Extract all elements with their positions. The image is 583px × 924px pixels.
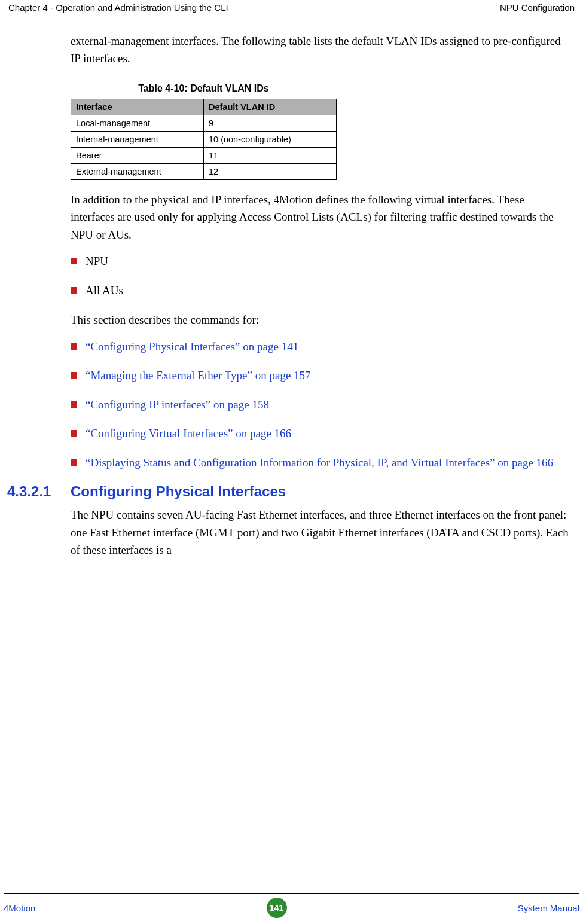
list-item: “Configuring Physical Interfaces” on pag… — [71, 339, 571, 356]
section-title: Configuring Physical Interfaces — [71, 483, 286, 500]
list-item: “Configuring Virtual Interfaces” on page… — [71, 425, 571, 443]
table-cell: Internal-management — [71, 131, 204, 147]
table-cell: External-management — [71, 163, 204, 179]
page-content: external-management interfaces. The foll… — [0, 14, 583, 559]
table-row: Local-management 9 — [71, 115, 337, 131]
link-bullet-list: “Configuring Physical Interfaces” on pag… — [71, 339, 571, 472]
table-cell: 11 — [204, 147, 337, 163]
table-row: Bearer 11 — [71, 147, 337, 163]
square-bullet-icon — [71, 430, 77, 437]
header-left: Chapter 4 - Operation and Administration… — [8, 2, 228, 13]
table-row: External-management 12 — [71, 163, 337, 179]
square-bullet-icon — [71, 459, 77, 466]
square-bullet-icon — [71, 372, 77, 379]
square-bullet-icon — [71, 258, 77, 264]
section-number: 4.3.2.1 — [6, 483, 71, 500]
commands-paragraph: This section describes the commands for: — [71, 311, 571, 328]
page-number-badge: 141 — [267, 898, 287, 918]
cross-reference-link[interactable]: “Managing the External Ether Type” on pa… — [86, 367, 571, 385]
after-table-paragraph: In addition to the physical and IP inter… — [71, 191, 571, 243]
header-right: NPU Configuration — [500, 2, 575, 13]
table-cell: Bearer — [71, 147, 204, 163]
cross-reference-link[interactable]: “Configuring IP interfaces” on page 158 — [86, 397, 571, 414]
section-body-paragraph: The NPU contains seven AU-facing Fast Et… — [71, 506, 571, 559]
square-bullet-icon — [71, 287, 77, 294]
table-cell: 9 — [204, 115, 337, 131]
square-bullet-icon — [71, 401, 77, 408]
table-cell: 12 — [204, 163, 337, 179]
page-footer: 4Motion 141 System Manual — [4, 893, 579, 918]
section-heading: 4.3.2.1 Configuring Physical Interfaces — [6, 483, 577, 500]
table-header-vlan: Default VLAN ID — [204, 99, 337, 115]
list-item: NPU — [71, 253, 571, 270]
list-item: All AUs — [71, 282, 571, 300]
table-container: Table 4-10: Default VLAN IDs Interface D… — [71, 83, 577, 180]
footer-right: System Manual — [518, 903, 579, 913]
page-header: Chapter 4 - Operation and Administration… — [4, 0, 579, 14]
list-item: “Managing the External Ether Type” on pa… — [71, 367, 571, 385]
table-header-row: Interface Default VLAN ID — [71, 99, 337, 115]
list-item-label: NPU — [86, 253, 571, 270]
vlan-table: Interface Default VLAN ID Local-manageme… — [71, 99, 337, 180]
list-item: “Displaying Status and Configuration Inf… — [71, 455, 571, 472]
cross-reference-link[interactable]: “Displaying Status and Configuration Inf… — [86, 455, 571, 472]
table-caption: Table 4-10: Default VLAN IDs — [71, 83, 337, 94]
cross-reference-link[interactable]: “Configuring Physical Interfaces” on pag… — [86, 339, 571, 356]
table-cell: Local-management — [71, 115, 204, 131]
square-bullet-icon — [71, 343, 77, 350]
page: Chapter 4 - Operation and Administration… — [0, 0, 583, 924]
plain-bullet-list: NPU All AUs — [71, 253, 571, 299]
table-row: Internal-management 10 (non-configurable… — [71, 131, 337, 147]
table-cell: 10 (non-configurable) — [204, 131, 337, 147]
intro-paragraph: external-management interfaces. The foll… — [71, 32, 571, 68]
list-item-label: All AUs — [86, 282, 571, 300]
list-item: “Configuring IP interfaces” on page 158 — [71, 397, 571, 414]
footer-left: 4Motion — [4, 903, 35, 913]
table-header-interface: Interface — [71, 99, 204, 115]
cross-reference-link[interactable]: “Configuring Virtual Interfaces” on page… — [86, 425, 571, 443]
